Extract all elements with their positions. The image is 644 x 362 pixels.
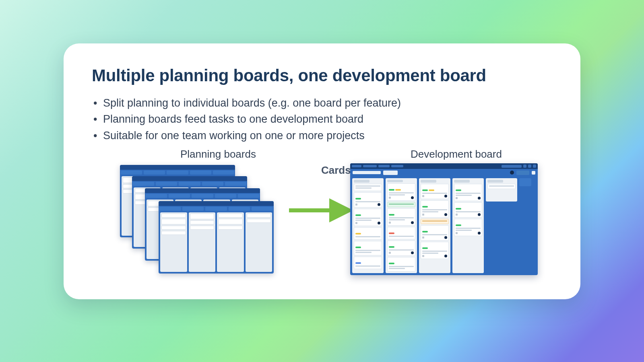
board-list — [352, 178, 384, 273]
flow-arrow-icon — [285, 188, 357, 228]
trello-topbar — [350, 163, 538, 169]
board-columns — [350, 176, 538, 275]
add-list-button — [519, 178, 531, 186]
slide-card: Multiple planning boards, one developmen… — [64, 43, 580, 299]
board-list — [386, 178, 417, 273]
development-board-label: Development board — [411, 148, 502, 160]
planning-boards-stack — [120, 165, 273, 278]
board-header — [350, 169, 538, 176]
development-board-thumbnail — [350, 163, 538, 275]
bullet-item: Planning boards feed tasks to one develo… — [103, 112, 552, 126]
board-list — [486, 178, 517, 202]
planning-board-thumbnail — [159, 201, 274, 274]
board-list — [419, 178, 450, 273]
slide-title: Multiple planning boards, one developmen… — [92, 66, 552, 85]
bullet-list: Split planning to individual boards (e.g… — [92, 96, 552, 143]
bullet-item: Split planning to individual boards (e.g… — [103, 96, 552, 110]
diagram-area: Planning boards Development board Cards — [64, 148, 580, 299]
planning-boards-label: Planning boards — [180, 148, 256, 160]
slide-background: Multiple planning boards, one developmen… — [0, 0, 644, 362]
bullet-item: Suitable for one team working on one or … — [103, 128, 552, 143]
board-list — [452, 178, 484, 273]
arrow-label: Cards — [321, 164, 351, 177]
